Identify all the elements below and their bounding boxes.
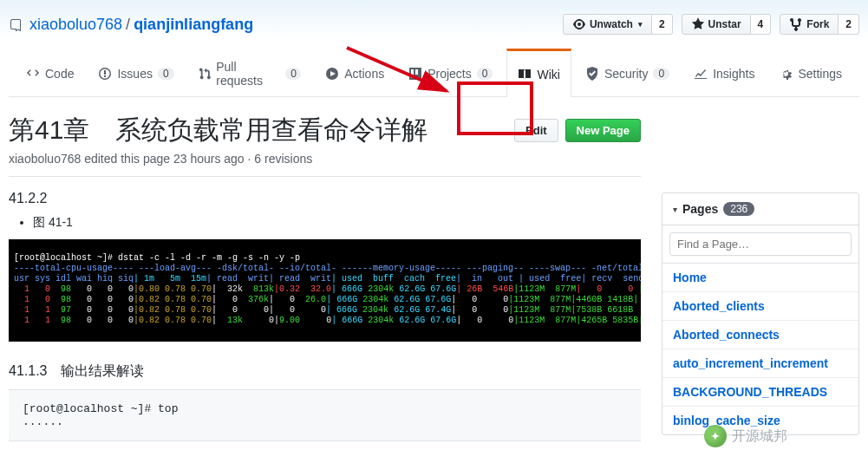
star-icon [691, 17, 705, 31]
sidebar-link[interactable]: binlog_cache_size [662, 406, 858, 434]
section-41-1-3: 41.1.3 输出结果解读 [9, 362, 641, 381]
tab-security[interactable]: Security 0 [575, 49, 680, 96]
repo-tabs: Code Issues 0 Pull requests 0 Actions Pr… [9, 49, 859, 97]
find-page-input[interactable] [669, 232, 852, 256]
pages-toggle[interactable]: ▾ Pages 236 [662, 193, 858, 225]
graph-icon [694, 67, 708, 81]
fork-icon [789, 17, 803, 31]
tab-settings[interactable]: Settings [768, 49, 852, 96]
tab-pull-requests[interactable]: Pull requests 0 [188, 49, 312, 96]
tab-insights[interactable]: Insights [683, 49, 765, 96]
pages-count: 236 [723, 202, 754, 216]
eye-icon [572, 17, 586, 31]
sidebar-link[interactable]: Home [662, 264, 858, 291]
code-icon [26, 67, 40, 81]
top-code: [root@localhost ~]# top ...... [9, 389, 641, 441]
tab-actions[interactable]: Actions [315, 49, 395, 96]
unwatch-button[interactable]: Unwatch▾ [563, 14, 652, 35]
new-page-button[interactable]: New Page [565, 119, 641, 142]
wiki-sub: xiaoboluo768 edited this page 23 hours a… [9, 152, 641, 166]
fork-button[interactable]: Fork [780, 14, 839, 35]
dstat-terminal: [root@localhost ~]# dstat -c -l -d -r -m… [9, 239, 641, 342]
watch-count[interactable]: 2 [652, 14, 673, 35]
gear-icon [779, 67, 793, 81]
fork-count[interactable]: 2 [839, 14, 859, 35]
figure-label: 图 41-1 [33, 215, 641, 231]
repo-icon [9, 16, 23, 34]
book-icon [518, 68, 532, 82]
sidebar-link[interactable]: Aborted_clients [662, 291, 858, 320]
project-icon [408, 67, 422, 81]
repo-name-link[interactable]: qianjinliangfang [134, 16, 253, 34]
wiki-sidebar: ▾ Pages 236 Home Aborted_clients Aborted… [662, 192, 859, 435]
repo-actions: Unwatch▾ 2 Unstar 4 Fork 2 [563, 14, 859, 35]
repo-owner-link[interactable]: xiaoboluo768 [29, 16, 122, 34]
play-icon [325, 67, 339, 81]
section-41-2-2: 41.2.2 [9, 191, 641, 206]
shield-icon [585, 67, 599, 81]
issue-icon [98, 67, 112, 81]
tab-issues[interactable]: Issues 0 [88, 49, 184, 96]
sidebar-link[interactable]: auto_increment_increment [662, 349, 858, 377]
repo-title: xiaoboluo768 / qianjinliangfang [9, 16, 253, 34]
pr-icon [199, 67, 212, 81]
chevron-down-icon: ▾ [673, 205, 677, 214]
tab-projects[interactable]: Projects 0 [398, 49, 503, 96]
star-count[interactable]: 4 [751, 14, 772, 35]
sidebar-link[interactable]: BACKGROUND_THREADS [662, 377, 858, 406]
wiki-page-title: 第41章 系统负载常用查看命令详解 [9, 113, 427, 148]
edit-button[interactable]: Edit [514, 119, 558, 142]
tab-code[interactable]: Code [16, 49, 84, 96]
sidebar-link[interactable]: Aborted_connects [662, 320, 858, 349]
tab-wiki[interactable]: Wiki [506, 49, 571, 97]
unstar-button[interactable]: Unstar [682, 14, 751, 35]
